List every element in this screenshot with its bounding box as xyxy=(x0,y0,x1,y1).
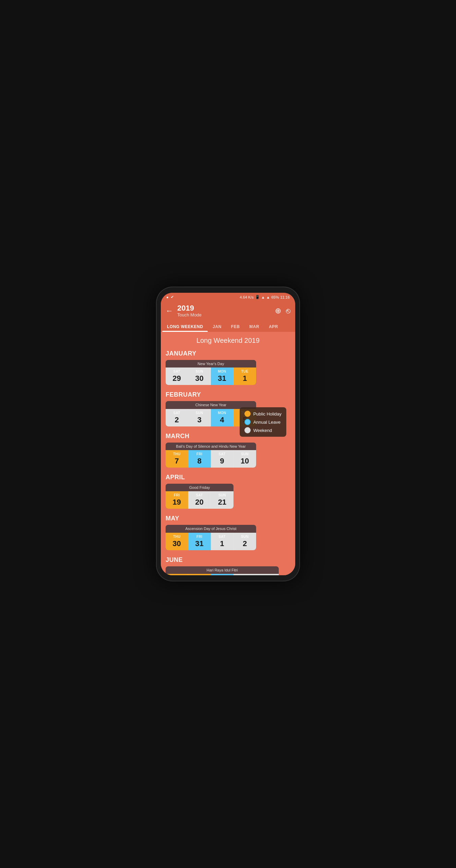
zoom-button[interactable]: ⊕ xyxy=(275,306,281,315)
day-num-2-1: 8 xyxy=(190,457,209,465)
day-cell-0-0: SAT29 xyxy=(166,367,188,385)
day-name-3-0: FRI xyxy=(167,493,187,497)
content-area: Long Weekend 2019 Public Holiday Annual … xyxy=(161,332,295,575)
day-num-0-2: 31 xyxy=(212,375,232,382)
page-title: Long Weekend 2019 xyxy=(166,337,290,345)
month-name-5: JUNE xyxy=(166,556,290,564)
day-num-1-2: 4 xyxy=(212,416,232,424)
month-section-april: APRILGood FridayFRI19SAT20SUN21 xyxy=(166,474,290,509)
wifi-icon: ▲ xyxy=(261,295,265,299)
day-cell-2-1: FRI8 xyxy=(188,450,211,468)
phone-screen: ● ✔ 4.64 K/s 📱 ▲ ▲ 65% 11:16 ← 2019 Touc… xyxy=(161,293,295,575)
day-num-1-1: 3 xyxy=(190,416,209,424)
day-cell-0-3: TUE1 xyxy=(233,367,256,385)
months-container: JANUARYNew Year's DaySAT29SUN30MON31TUE1… xyxy=(166,350,290,575)
weekend-label: Weekend xyxy=(253,428,272,433)
day-num-0-1: 30 xyxy=(190,375,209,382)
day-name-2-0: THU xyxy=(167,452,187,456)
day-num-2-0: 7 xyxy=(167,457,187,465)
back-button[interactable]: ← xyxy=(166,306,173,315)
day-name-0-2: MON xyxy=(212,370,232,373)
check-icon: ✔ xyxy=(171,295,174,299)
status-bar: ● ✔ 4.64 K/s 📱 ▲ ▲ 65% 11:16 xyxy=(161,293,295,301)
day-num-3-2: 21 xyxy=(212,498,232,506)
day-cell-0-1: SUN30 xyxy=(188,367,211,385)
day-name-1-2: MON xyxy=(212,411,232,415)
day-name-1-1: SUN xyxy=(190,411,209,415)
share-button[interactable]: ⎋ xyxy=(286,306,290,315)
public-holiday-label: Public Holiday xyxy=(253,411,281,417)
month-section-june: JUNEHari Raya Idul FitriWED5THU6FRI7SAT8… xyxy=(166,556,290,575)
day-name-4-0: THU xyxy=(167,535,187,539)
day-name-2-3: SUN xyxy=(235,452,255,456)
day-num-4-0: 30 xyxy=(167,540,187,547)
calendar-block-3: Good FridayFRI19SAT20SUN21 xyxy=(166,484,233,509)
legend: Public Holiday Annual Leave Weekend xyxy=(240,407,286,437)
holiday-label-3: Good Friday xyxy=(166,484,233,491)
top-actions: ⊕ ⎋ xyxy=(275,306,290,315)
legend-public-holiday: Public Holiday xyxy=(244,411,281,417)
day-name-1-0: SAT xyxy=(167,411,187,415)
days-row-0: SAT29SUN30MON31TUE1 xyxy=(166,367,256,385)
top-bar: ← 2019 Touch Mode ⊕ ⎋ xyxy=(161,301,295,321)
day-cell-5-3: SAT8 xyxy=(233,574,256,575)
day-cell-4-1: FRI31 xyxy=(188,533,211,550)
day-cell-2-2: SAT9 xyxy=(211,450,233,468)
day-num-0-0: 29 xyxy=(167,375,187,382)
day-cell-1-2: MON4 xyxy=(211,409,233,426)
day-cell-2-0: THU7 xyxy=(166,450,188,468)
day-cell-3-0: FRI19 xyxy=(166,491,188,509)
tab-long-weekend[interactable]: LONG WEEKEND xyxy=(162,321,208,332)
phone-frame: ● ✔ 4.64 K/s 📱 ▲ ▲ 65% 11:16 ← 2019 Touc… xyxy=(156,287,300,581)
legend-annual-leave: Annual Leave xyxy=(244,419,281,425)
blue-dot xyxy=(244,419,251,425)
tab-feb[interactable]: FEB xyxy=(226,321,245,332)
holiday-label-2: Bali's Day of Silence and Hindu New Year xyxy=(166,443,256,450)
annual-leave-label: Annual Leave xyxy=(253,420,281,425)
day-cell-3-1: SAT20 xyxy=(188,491,211,509)
days-row-2: THU7FRI8SAT9SUN10 xyxy=(166,450,256,468)
day-name-0-1: SUN xyxy=(190,370,209,373)
day-cell-5-0: WED5 xyxy=(166,574,188,575)
day-name-4-3: SUN xyxy=(235,535,255,539)
calendar-block-2: Bali's Day of Silence and Hindu New Year… xyxy=(166,443,256,468)
tab-apr[interactable]: APR xyxy=(264,321,283,332)
year-label: 2019 xyxy=(177,304,275,312)
day-cell-3-2: SUN21 xyxy=(211,491,233,509)
day-num-3-0: 19 xyxy=(167,498,187,506)
legend-weekend: Weekend xyxy=(244,427,281,433)
white-dot xyxy=(244,427,251,433)
days-row-5: WED5THU6FRI7SAT8SUN9 xyxy=(166,574,279,575)
month-name-1: FEBRUARY xyxy=(166,391,290,398)
day-name-3-1: SAT xyxy=(190,493,209,497)
day-num-3-1: 20 xyxy=(190,498,209,506)
day-name-3-2: SUN xyxy=(212,493,232,497)
battery-text: 65% xyxy=(271,295,279,299)
day-num-4-3: 2 xyxy=(235,540,255,547)
day-cell-1-1: SUN3 xyxy=(188,409,211,426)
phone-icon: 📱 xyxy=(255,295,260,299)
tab-mar[interactable]: MAR xyxy=(244,321,264,332)
day-num-2-3: 10 xyxy=(235,457,255,465)
tab-jan[interactable]: JAN xyxy=(208,321,226,332)
day-name-4-2: SAT xyxy=(212,535,232,539)
month-name-0: JANUARY xyxy=(166,350,290,357)
day-cell-1-0: SAT2 xyxy=(166,409,188,426)
day-name-0-0: SAT xyxy=(167,370,187,373)
day-num-4-2: 1 xyxy=(212,540,232,547)
day-name-4-1: FRI xyxy=(190,535,209,539)
calendar-block-4: Ascension Day of Jesus ChristTHU30FRI31S… xyxy=(166,525,256,550)
holiday-label-4: Ascension Day of Jesus Christ xyxy=(166,525,256,532)
day-name-2-2: SAT xyxy=(212,452,232,456)
tab-bar: LONG WEEKEND JAN FEB MAR APR xyxy=(161,321,295,332)
day-cell-5-2: FRI7 xyxy=(211,574,233,575)
month-section-march: MARCHBali's Day of Silence and Hindu New… xyxy=(166,433,290,468)
orange-dot xyxy=(244,411,251,417)
status-right: 4.64 K/s 📱 ▲ ▲ 65% 11:16 xyxy=(240,295,290,299)
status-left: ● ✔ xyxy=(166,295,174,299)
speed-text: 4.64 K/s xyxy=(240,295,253,299)
day-name-0-3: TUE xyxy=(235,370,255,373)
mode-label: Touch Mode xyxy=(177,312,275,317)
time-text: 11:16 xyxy=(280,295,290,299)
holiday-label-5: Hari Raya Idul Fitri xyxy=(166,566,279,574)
